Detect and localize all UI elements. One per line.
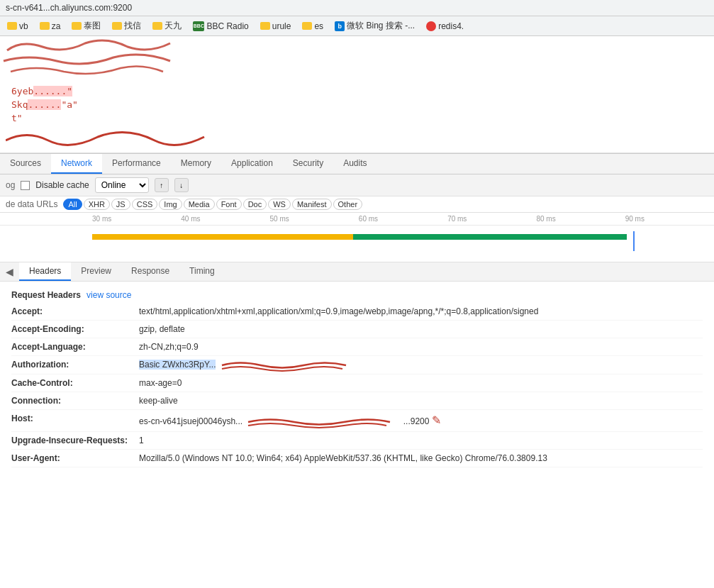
tab-sources[interactable]: Sources	[0, 154, 51, 174]
filter-doc[interactable]: Doc	[243, 199, 267, 210]
filter-css[interactable]: CSS	[132, 199, 158, 210]
label-30ms: 30 ms	[92, 213, 181, 225]
bookmark-label: 找信	[124, 20, 141, 32]
tab-performance[interactable]: Performance	[102, 154, 171, 174]
bookmark-label: redis4.	[438, 21, 464, 31]
tab-audits[interactable]: Audits	[333, 154, 376, 174]
page-content-area: 6yeb......" Skq......"a" t" 83e61......0…	[0, 36, 714, 153]
filter-img[interactable]: Img	[159, 199, 182, 210]
header-value: 1	[139, 434, 144, 447]
folder-icon	[40, 22, 50, 30]
tab-network[interactable]: Network	[51, 154, 102, 174]
bookmark-label: urule	[272, 21, 291, 31]
filter-xhr[interactable]: XHR	[84, 199, 110, 210]
header-value: es-cn-v641jsuej00046ysh... ...9200 ✎	[139, 412, 441, 429]
upload-btn[interactable]: ↑	[155, 178, 169, 192]
bookmark-taitu[interactable]: 泰图	[69, 18, 104, 33]
bookmark-bbc[interactable]: BBC BBC Radio	[190, 20, 251, 33]
bookmark-redis[interactable]: redis4.	[423, 20, 467, 33]
filter-all[interactable]: All	[63, 199, 82, 210]
bookmark-es[interactable]: es	[299, 20, 326, 33]
folder-icon	[152, 22, 162, 30]
header-name: Accept-Language:	[11, 340, 139, 353]
header-name: Cache-Control:	[11, 377, 139, 389]
back-arrow[interactable]: ◀	[0, 262, 19, 281]
label-80ms: 80 ms	[536, 213, 625, 225]
tab-security[interactable]: Security	[283, 154, 333, 174]
bookmarks-bar: vb za 泰图 找信 天九 BBC BBC Radio urule es b …	[0, 16, 714, 36]
header-name: Accept-Encoding:	[11, 323, 139, 335]
page-line-2: Skq......"a"	[6, 98, 708, 111]
detail-tabs: ◀ Headers Preview Response Timing	[0, 262, 714, 282]
filter-js[interactable]: JS	[111, 199, 130, 210]
red-scribble-top	[0, 36, 184, 79]
red-scribble-mid	[6, 126, 218, 153]
header-row-accept-language: Accept-Language: zh-CN,zh;q=0.9	[11, 338, 703, 356]
filter-ws[interactable]: WS	[268, 199, 291, 210]
tab-memory[interactable]: Memory	[171, 154, 221, 174]
bookmark-label: es	[314, 21, 323, 31]
host-redact-scribble	[245, 416, 401, 428]
bookmark-bing[interactable]: b 微软 Bing 搜索 -...	[332, 18, 418, 33]
folder-icon	[112, 22, 122, 30]
bookmark-urule[interactable]: urule	[257, 20, 294, 33]
header-row-user-agent: User-Agent: Mozilla/5.0 (Windows NT 10.0…	[11, 450, 703, 467]
header-row-cache-control: Cache-Control: max-age=0	[11, 375, 703, 392]
folder-icon	[302, 22, 312, 30]
bookmark-label: vb	[19, 21, 28, 31]
browser-address-bar[interactable]: s-cn-v641...ch.aliyuncs.com:9200	[0, 0, 714, 16]
filter-font[interactable]: Font	[216, 199, 242, 210]
throttle-select[interactable]: Online Fast 3G Slow 3G Offline	[95, 177, 149, 193]
bookmark-zhuxin[interactable]: 找信	[109, 18, 144, 33]
disable-cache-label: Disable cache	[35, 180, 89, 190]
header-value: max-age=0	[139, 377, 182, 389]
timeline-area: 30 ms 40 ms 50 ms 60 ms 70 ms 80 ms 90 m…	[0, 213, 714, 262]
header-row-upgrade-insecure: Upgrade-Insecure-Requests: 1	[11, 432, 703, 450]
header-name: Host:	[11, 412, 139, 429]
bookmark-label: 微软 Bing 搜索 -...	[347, 20, 415, 32]
detail-tab-timing[interactable]: Timing	[179, 262, 225, 281]
timeline-cursor	[633, 231, 635, 251]
request-headers-label: Request Headers	[11, 290, 81, 300]
timeline-bar-yellow	[92, 234, 353, 240]
bookmark-vb[interactable]: vb	[4, 20, 31, 33]
header-name: Accept:	[11, 305, 139, 318]
bookmark-za[interactable]: za	[37, 20, 64, 33]
network-toolbar: og Disable cache Online Fast 3G Slow 3G …	[0, 174, 714, 196]
bookmark-label: BBC Radio	[206, 21, 248, 31]
folder-icon	[72, 22, 82, 30]
detail-tab-preview[interactable]: Preview	[71, 262, 121, 281]
log-label: og	[6, 180, 15, 190]
view-source-link[interactable]: view source	[87, 290, 131, 300]
tab-application[interactable]: Application	[221, 154, 283, 174]
filter-bar: de data URLs All XHR JS CSS Img Media Fo…	[0, 196, 714, 213]
bookmark-label: za	[52, 21, 61, 31]
folder-icon	[260, 22, 270, 30]
redis-icon	[426, 21, 436, 31]
header-value: text/html,application/xhtml+xml,applicat…	[139, 305, 538, 318]
timeline-labels: 30 ms 40 ms 50 ms 60 ms 70 ms 80 ms 90 m…	[0, 213, 714, 226]
header-value: zh-CN,zh;q=0.9	[139, 340, 199, 353]
header-row-host: Host: es-cn-v641jsuej00046ysh... ...9200…	[11, 410, 703, 432]
page-line-1: 6yeb......"	[6, 84, 708, 98]
header-row-connection: Connection: keep-alive	[11, 392, 703, 410]
disable-cache-checkbox[interactable]	[21, 181, 30, 190]
download-btn[interactable]: ↓	[174, 178, 189, 192]
header-value: gzip, deflate	[139, 323, 185, 335]
label-90ms: 90 ms	[625, 213, 714, 225]
header-name: Connection:	[11, 394, 139, 407]
detail-tab-headers[interactable]: Headers	[19, 262, 71, 281]
header-value: Basic ZWxhc3RpY...	[139, 358, 360, 372]
bing-icon: b	[335, 21, 345, 31]
bookmark-tianjiu[interactable]: 天九	[150, 18, 184, 33]
bookmark-label: 泰图	[84, 20, 101, 32]
label-60ms: 60 ms	[359, 213, 447, 225]
detail-tab-response[interactable]: Response	[121, 262, 179, 281]
filter-manifest[interactable]: Manifest	[292, 199, 332, 210]
header-row-accept-encoding: Accept-Encoding: gzip, deflate	[11, 321, 703, 338]
filter-media[interactable]: Media	[184, 199, 215, 210]
devtools-panel: Sources Network Performance Memory Appli…	[0, 153, 714, 523]
filter-other[interactable]: Other	[333, 199, 363, 210]
auth-redact-scribble	[218, 359, 360, 372]
header-row-accept: Accept: text/html,application/xhtml+xml,…	[11, 303, 703, 321]
